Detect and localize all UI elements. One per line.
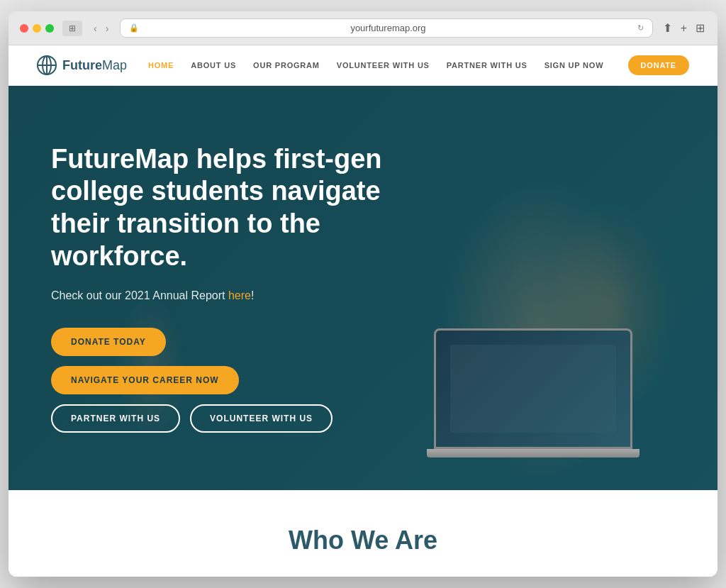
new-tab-icon[interactable]: +	[679, 21, 688, 36]
nav-donate-button[interactable]: DONATE	[628, 55, 689, 75]
hero-btn-row: PARTNER WITH US VOLUNTEER WITH US	[51, 404, 333, 433]
logo-text: FutureMap	[62, 58, 127, 73]
laptop-base	[427, 449, 640, 457]
browser-window: ⊞ ‹ › 🔒 yourfuturemap.org ↻ ⬆ + ⊞	[9, 11, 717, 577]
share-icon[interactable]: ⬆	[661, 20, 674, 36]
navigate-career-button[interactable]: NAVIGATE YOUR CAREER NOW	[51, 366, 239, 394]
back-button[interactable]: ‹	[91, 21, 100, 35]
nav-signup[interactable]: SIGN UP NOW	[544, 61, 604, 70]
hero-buttons: DONATE TODAY NAVIGATE YOUR CAREER NOW PA…	[51, 328, 406, 433]
nav-arrows: ‹ ›	[91, 21, 111, 35]
browser-titlebar: ⊞ ‹ › 🔒 yourfuturemap.org ↻ ⬆ + ⊞	[9, 11, 717, 45]
website: FutureMap HOME ABOUT US OUR PROGRAM VOLU…	[9, 45, 717, 577]
grid-icon[interactable]: ⊞	[694, 20, 706, 36]
maximize-button[interactable]	[45, 24, 54, 33]
lock-icon: 🔒	[129, 23, 139, 33]
traffic-lights	[20, 24, 54, 33]
forward-button[interactable]: ›	[103, 21, 112, 35]
logo-icon	[37, 55, 57, 75]
logo[interactable]: FutureMap	[37, 55, 127, 75]
nav-links: HOME ABOUT US OUR PROGRAM VOLUNTEER WITH…	[148, 61, 628, 70]
minimize-button[interactable]	[33, 24, 41, 33]
who-we-are-title: Who We Are	[37, 526, 689, 555]
hero-subtext-suffix: !	[251, 289, 254, 301]
nav-volunteer[interactable]: VOLUNTEER WITH US	[337, 61, 430, 70]
nav-partner[interactable]: PARTNER WITH US	[447, 61, 527, 70]
hero-headline: FutureMap helps first-gen college studen…	[51, 143, 406, 272]
hero-section: FutureMap helps first-gen college studen…	[9, 86, 717, 490]
donate-today-button[interactable]: DONATE TODAY	[51, 328, 166, 356]
nav-home[interactable]: HOME	[148, 61, 174, 70]
hero-annual-report-link[interactable]: here	[228, 289, 251, 301]
who-we-are-section: Who We Are	[9, 490, 717, 577]
hero-subtext-prefix: Check out our 2021 Annual Report	[51, 289, 228, 301]
laptop-screen	[434, 328, 632, 449]
site-nav: FutureMap HOME ABOUT US OUR PROGRAM VOLU…	[9, 45, 717, 86]
refresh-icon[interactable]: ↻	[637, 23, 644, 33]
url-text: yourfuturemap.org	[145, 23, 631, 33]
hero-content: FutureMap helps first-gen college studen…	[9, 101, 448, 475]
hero-subtext: Check out our 2021 Annual Report here!	[51, 289, 406, 302]
logo-light: Map	[102, 58, 127, 72]
nav-program[interactable]: OUR PROGRAM	[253, 61, 320, 70]
address-bar[interactable]: 🔒 yourfuturemap.org ↻	[120, 18, 652, 38]
hero-laptop-decoration	[434, 328, 661, 470]
close-button[interactable]	[20, 24, 28, 33]
volunteer-with-us-button[interactable]: VOLUNTEER WITH US	[190, 404, 333, 433]
logo-bold: Future	[62, 58, 102, 72]
toolbar-right: ⬆ + ⊞	[661, 20, 706, 36]
nav-about[interactable]: ABOUT US	[191, 61, 236, 70]
partner-with-us-button[interactable]: PARTNER WITH US	[51, 404, 180, 433]
sidebar-toggle[interactable]: ⊞	[62, 21, 82, 36]
